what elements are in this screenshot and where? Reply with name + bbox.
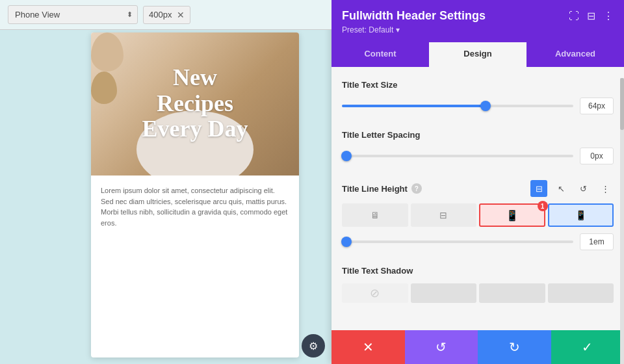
save-icon: ✓: [582, 339, 593, 355]
phone-content: NewRecipesEvery Day Lorem ipsum dolor si…: [91, 32, 299, 358]
shadow-preset-2[interactable]: [479, 283, 545, 303]
title-line-height-label-row: Title Line Height ? ⊟ ↖ ↺ ⋮: [342, 180, 614, 197]
title-text-shadow-section: Title Text Shadow ⊘: [342, 266, 614, 303]
cancel-button[interactable]: ✕: [332, 330, 405, 364]
title-line-height-label: Title Line Height ?: [342, 183, 530, 194]
title-line-height-slider-row: 1em: [342, 233, 614, 250]
phone-alt-device-btn[interactable]: 📱: [548, 203, 614, 227]
cancel-icon: ✕: [363, 339, 374, 355]
title-letter-spacing-track[interactable]: [342, 155, 573, 157]
save-button[interactable]: ✓: [551, 330, 625, 364]
px-badge: 400px ✕: [143, 6, 190, 24]
line-height-icon-row: ⊟ ↖ ↺ ⋮: [530, 180, 614, 197]
phone-badge: 1: [538, 201, 548, 211]
panel-title: Fullwidth Header Settings: [342, 9, 486, 23]
more-options-icon[interactable]: ⋮: [603, 11, 614, 21]
shadow-preview-row: ⊘: [342, 283, 614, 303]
panel-bottom: ✕ ↺ ↻ ✓: [332, 330, 624, 364]
more-icon[interactable]: ⋮: [597, 180, 614, 197]
shadow-preset-3[interactable]: [548, 283, 614, 303]
columns-icon[interactable]: ⊟: [587, 11, 595, 21]
body-content: Lorem ipsum dolor sit amet, consectetur …: [91, 176, 299, 238]
device-responsive-icon[interactable]: ⊟: [530, 180, 547, 197]
title-text-size-slider-row: 64px: [342, 98, 614, 114]
title-line-height-section: Title Line Height ? ⊟ ↖ ↺ ⋮ 🖥 ⊟: [342, 180, 614, 250]
shadow-preset-none[interactable]: ⊘: [342, 283, 408, 303]
title-letter-spacing-slider-row: 0px: [342, 148, 614, 164]
preview-area: Phone View Tablet View Desktop View ⬍ 40…: [0, 0, 332, 364]
device-selector-row: 🖥 ⊟ 📱 1 📱: [342, 203, 614, 227]
view-select-wrapper[interactable]: Phone View Tablet View Desktop View ⬍: [8, 5, 138, 24]
cursor-icon[interactable]: ↖: [552, 180, 569, 197]
settings-panel: Fullwidth Header Settings ⛶ ⊟ ⋮ Preset: …: [332, 0, 624, 364]
title-letter-spacing-value[interactable]: 0px: [580, 148, 614, 164]
title-text-size-thumb[interactable]: [480, 101, 491, 111]
desktop-icon: 🖥: [370, 210, 380, 220]
desktop-device-btn[interactable]: 🖥: [342, 203, 408, 227]
title-text-size-fill: [342, 105, 486, 107]
preset-arrow-icon: ▾: [396, 25, 400, 34]
hero-title: NewRecipesEvery Day: [91, 65, 299, 142]
title-text-size-label: Title Text Size: [342, 80, 614, 90]
px-value: 400px: [149, 10, 172, 20]
title-line-height-track[interactable]: [342, 240, 573, 243]
view-select[interactable]: Phone View Tablet View Desktop View: [8, 5, 138, 24]
close-icon[interactable]: ✕: [177, 10, 185, 20]
title-text-shadow-label: Title Text Shadow: [342, 266, 614, 276]
title-line-height-thumb[interactable]: [341, 237, 352, 247]
title-text-size-section: Title Text Size 64px: [342, 80, 614, 114]
tablet-device-btn[interactable]: ⊟: [411, 203, 477, 227]
tab-design[interactable]: Design: [429, 42, 526, 67]
panel-header-icons: ⛶ ⊟ ⋮: [569, 11, 614, 21]
shadow-preset-1[interactable]: [411, 283, 477, 303]
scrollbar-track: [620, 78, 624, 364]
overlay-text: NewRecipesEvery Day: [91, 65, 299, 142]
title-letter-spacing-thumb[interactable]: [341, 151, 352, 161]
tab-advanced[interactable]: Advanced: [526, 42, 624, 67]
preset-text: Preset: Default: [342, 25, 393, 34]
redo-icon: ↻: [509, 339, 520, 355]
tab-content[interactable]: Content: [332, 42, 429, 67]
title-text-size-track[interactable]: [342, 105, 573, 107]
panel-header: Fullwidth Header Settings ⛶ ⊟ ⋮ Preset: …: [332, 0, 624, 42]
scrollbar-thumb[interactable]: [620, 78, 624, 130]
phone-frame: NewRecipesEvery Day Lorem ipsum dolor si…: [91, 32, 299, 358]
panel-header-top: Fullwidth Header Settings ⛶ ⊟ ⋮: [342, 9, 614, 23]
phone-alt-icon: 📱: [575, 210, 586, 220]
undo-icon: ↺: [436, 339, 447, 355]
phone-image-bg: NewRecipesEvery Day: [91, 32, 299, 176]
title-text-size-value[interactable]: 64px: [580, 98, 614, 114]
top-bar: Phone View Tablet View Desktop View ⬍ 40…: [0, 0, 332, 30]
title-letter-spacing-label: Title Letter Spacing: [342, 130, 614, 140]
phone-device-btn[interactable]: 📱 1: [479, 203, 545, 227]
body-text: Lorem ipsum dolor sit amet, consectetur …: [101, 185, 289, 228]
fullscreen-icon[interactable]: ⛶: [569, 11, 579, 21]
settings-fab[interactable]: ⚙: [302, 334, 325, 358]
preset-label[interactable]: Preset: Default ▾: [342, 25, 614, 34]
no-shadow-icon: ⊘: [370, 286, 380, 300]
title-line-height-value[interactable]: 1em: [580, 233, 614, 250]
redo-button[interactable]: ↻: [478, 330, 551, 364]
phone-icon: 📱: [506, 209, 519, 222]
panel-tabs: Content Design Advanced: [332, 42, 624, 67]
undo-button[interactable]: ↺: [405, 330, 478, 364]
help-icon[interactable]: ?: [411, 183, 422, 194]
title-letter-spacing-section: Title Letter Spacing 0px: [342, 130, 614, 164]
panel-body: Title Text Size 64px Title Letter Spacin…: [332, 67, 624, 330]
tablet-icon: ⊟: [439, 210, 447, 220]
reset-icon[interactable]: ↺: [575, 180, 592, 197]
